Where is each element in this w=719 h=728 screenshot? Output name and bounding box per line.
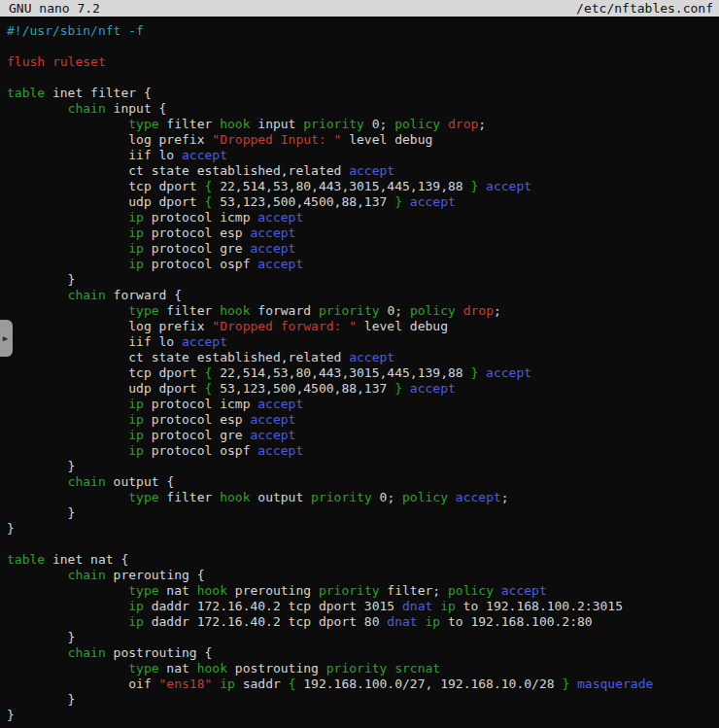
code-token: "ens18" — [159, 676, 213, 691]
code-token: 0; — [380, 303, 410, 318]
code-token: hook — [197, 661, 227, 676]
code-token: ip — [128, 614, 144, 629]
code-token: iif lo — [7, 334, 182, 349]
code-line: #!/usr/sbin/nft -f — [7, 23, 719, 39]
code-line: ip protocol icmp accept — [7, 210, 719, 225]
code-token: chain — [68, 101, 106, 116]
code-token: type — [128, 303, 158, 318]
code-line: udp dport { 53,123,500,4500,88,137 } acc… — [7, 381, 719, 397]
code-token: protocol esp — [144, 225, 251, 240]
code-token: protocol ospf — [144, 443, 257, 458]
code-token: accept — [250, 241, 295, 256]
code-token: ip — [128, 257, 144, 271]
code-token: priority — [319, 583, 380, 598]
code-token: forward — [250, 303, 318, 318]
code-token: hook — [220, 303, 250, 318]
code-token: ip — [128, 210, 144, 225]
code-token: } — [7, 708, 15, 722]
code-token: saddr — [235, 676, 289, 691]
code-token: drop — [463, 303, 494, 318]
code-token: accept — [257, 397, 303, 411]
code-line: log prefix "Dropped Input: " level debug — [7, 132, 719, 148]
code-token: table — [7, 552, 45, 567]
expand-arrow-icon: ▶ — [3, 334, 8, 343]
code-token: drop — [448, 117, 478, 131]
code-token: accept — [182, 148, 227, 162]
code-token — [7, 303, 128, 318]
code-token — [478, 179, 486, 193]
code-token: type — [128, 490, 158, 504]
code-token: level debug — [341, 132, 432, 147]
code-token — [7, 443, 128, 458]
code-line: type nat hook postrouting priority srcna… — [7, 661, 719, 676]
code-line — [7, 70, 719, 86]
code-token: prerouting { — [106, 568, 205, 582]
code-line: ip protocol gre accept — [7, 241, 719, 257]
code-token: output — [250, 490, 311, 504]
code-token: oif — [7, 676, 159, 691]
code-token: accept — [349, 350, 394, 364]
code-token — [7, 397, 128, 411]
code-line: ip protocol esp accept — [7, 412, 719, 428]
code-token: ip — [425, 614, 440, 629]
code-token: flush ruleset — [7, 54, 106, 69]
code-token — [7, 490, 128, 504]
code-token: } — [7, 272, 75, 287]
code-token: hook — [197, 583, 227, 598]
code-line: oif "ens18" ip saddr { 192.168.100.0/27,… — [7, 676, 719, 692]
code-line: chain postrouting { — [7, 645, 719, 661]
code-token: inet filter { — [45, 86, 152, 100]
code-token: } — [7, 521, 15, 536]
code-token: protocol esp — [144, 412, 251, 427]
code-token: log prefix — [7, 132, 212, 147]
code-line — [7, 39, 719, 54]
code-token: protocol icmp — [144, 397, 257, 411]
code-line: iif lo accept — [7, 148, 719, 163]
code-token: "Dropped forward: " — [212, 319, 357, 333]
code-token: nat — [159, 661, 197, 676]
code-token: srcnat — [394, 661, 440, 676]
nano-titlebar: GNU nano 7.2 /etc/nftables.conf — [0, 0, 719, 17]
editor-content[interactable]: #!/usr/sbin/nft -fflush rulesettable ine… — [0, 17, 719, 723]
code-token: } — [394, 381, 402, 396]
code-line: chain output { — [7, 474, 719, 490]
code-token — [7, 645, 68, 660]
code-token: ct state established,related — [7, 163, 349, 178]
code-token: ; — [501, 490, 509, 504]
code-token: type — [128, 661, 158, 676]
code-line: udp dport { 53,123,500,4500,88,137 } acc… — [7, 194, 719, 210]
code-token: policy — [394, 117, 440, 131]
code-line: table inet nat { — [7, 552, 719, 568]
code-token: ip — [128, 443, 144, 458]
code-token: policy — [448, 583, 494, 598]
code-line: ip protocol ospf accept — [7, 443, 719, 459]
code-token: 0; — [372, 490, 402, 504]
code-line: } — [7, 708, 719, 723]
code-line: } — [7, 630, 719, 645]
code-token: tcp dport — [7, 179, 205, 193]
code-token: accept — [257, 210, 303, 225]
code-token: filter — [159, 303, 221, 318]
code-token: ip — [128, 225, 144, 240]
code-token: filter; — [380, 583, 448, 598]
code-token: udp dport — [7, 194, 205, 209]
code-token: } — [7, 630, 75, 644]
file-path: /etc/nftables.conf — [576, 0, 713, 17]
code-token: ip — [128, 397, 144, 411]
code-token: daddr 172.16.40.2 tcp dport 80 — [144, 614, 387, 629]
code-token: accept — [501, 583, 547, 598]
code-token — [478, 365, 486, 380]
code-token: accept — [250, 412, 295, 427]
code-token: postrouting — [227, 661, 326, 676]
code-token: ip — [220, 676, 235, 691]
code-token — [7, 288, 68, 302]
code-line: type filter hook forward priority 0; pol… — [7, 303, 719, 319]
console-side-tab[interactable]: ▶ — [0, 320, 13, 357]
code-line: log prefix "Dropped forward: " level deb… — [7, 319, 719, 334]
code-token: 22,514,53,80,443,3015,445,139,88 — [212, 365, 470, 380]
code-token: table — [7, 86, 45, 100]
code-token — [440, 117, 448, 131]
code-token: ip — [128, 428, 144, 442]
code-token: accept — [250, 428, 295, 442]
code-token: level debug — [357, 319, 448, 333]
